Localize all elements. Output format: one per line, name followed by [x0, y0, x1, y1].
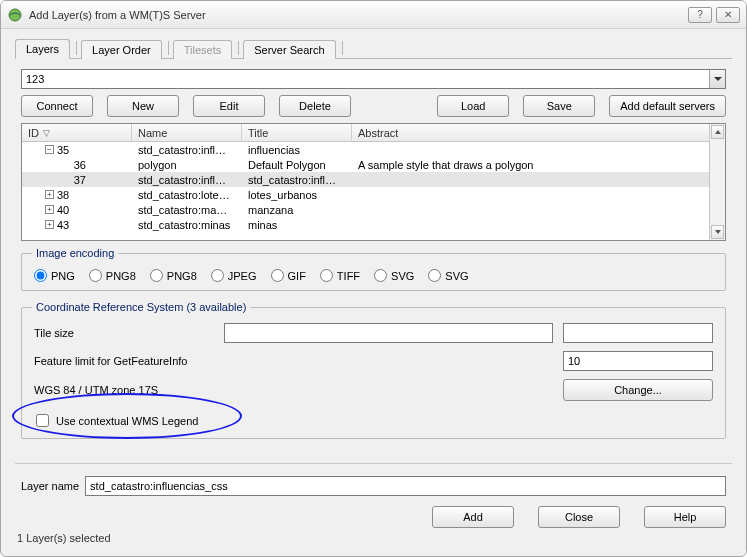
encoding-option-jpeg-3[interactable]: JPEG [211, 269, 257, 282]
tab-tilesets: Tilesets [173, 40, 233, 59]
collapse-icon[interactable]: − [45, 145, 54, 154]
crs-legend: Coordinate Reference System (3 available… [32, 301, 250, 313]
expand-icon[interactable]: + [45, 190, 54, 199]
window-title: Add Layer(s) from a WM(T)S Server [29, 9, 688, 21]
encoding-radio[interactable] [150, 269, 163, 282]
table-row[interactable]: 36polygonDefault PolygonA sample style t… [22, 157, 709, 172]
layer-list-header: ID▽ Name Title Abstract [22, 124, 709, 142]
column-header-id[interactable]: ID▽ [22, 124, 132, 141]
encoding-option-gif-4[interactable]: GIF [271, 269, 306, 282]
dialog-window: Add Layer(s) from a WM(T)S Server ? ✕ La… [0, 0, 747, 557]
scroll-up-button[interactable] [711, 125, 724, 139]
row-title: influencias [242, 144, 352, 156]
add-default-servers-button[interactable]: Add default servers [609, 95, 726, 117]
help-titlebar-button[interactable]: ? [688, 7, 712, 23]
layer-list-body[interactable]: −35std_catastro:infl…influencias 36polyg… [22, 142, 709, 240]
tile-size-input-b[interactable] [563, 323, 713, 343]
row-title: lotes_urbanos [242, 189, 352, 201]
column-header-name[interactable]: Name [132, 124, 242, 141]
column-header-abstract[interactable]: Abstract [352, 124, 709, 141]
column-header-title[interactable]: Title [242, 124, 352, 141]
feature-limit-input[interactable] [563, 351, 713, 371]
table-row[interactable]: +43std_catastro:minasminas [22, 217, 709, 232]
scroll-down-button[interactable] [711, 225, 724, 239]
row-title: manzana [242, 204, 352, 216]
crs-name-label: WGS 84 / UTM zone 17S [34, 384, 214, 396]
row-name: polygon [132, 159, 242, 171]
row-name: std_catastro:ma… [132, 204, 242, 216]
encoding-radio[interactable] [374, 269, 387, 282]
load-button[interactable]: Load [437, 95, 509, 117]
change-crs-button[interactable]: Change... [563, 379, 713, 401]
chevron-down-icon [714, 77, 722, 81]
encoding-label: SVG [445, 270, 468, 282]
contextual-legend-label[interactable]: Use contextual WMS Legend [56, 415, 198, 427]
encoding-option-png-0[interactable]: PNG [34, 269, 75, 282]
layer-name-input[interactable] [85, 476, 726, 496]
triangle-up-icon [715, 130, 721, 134]
feature-limit-label: Feature limit for GetFeatureInfo [34, 355, 214, 367]
close-titlebar-button[interactable]: ✕ [716, 7, 740, 23]
connect-button[interactable]: Connect [21, 95, 93, 117]
encoding-radio[interactable] [320, 269, 333, 282]
encoding-option-svg-7[interactable]: SVG [428, 269, 468, 282]
server-combobox-dropdown-button[interactable] [709, 70, 725, 88]
encoding-label: PNG8 [106, 270, 136, 282]
encoding-radio[interactable] [89, 269, 102, 282]
sort-indicator-icon: ▽ [43, 128, 50, 138]
row-name: std_catastro:lote… [132, 189, 242, 201]
tab-layers[interactable]: Layers [15, 39, 70, 59]
encoding-option-png8-1[interactable]: PNG8 [89, 269, 136, 282]
encoding-label: SVG [391, 270, 414, 282]
row-id: 36 [74, 159, 86, 171]
titlebar: Add Layer(s) from a WM(T)S Server ? ✕ [1, 1, 746, 29]
expand-icon[interactable]: + [45, 205, 54, 214]
add-button[interactable]: Add [432, 506, 514, 528]
encoding-radio[interactable] [34, 269, 47, 282]
tab-bar: Layers Layer Order Tilesets Server Searc… [15, 37, 732, 59]
encoding-radio[interactable] [428, 269, 441, 282]
crs-group: Coordinate Reference System (3 available… [21, 301, 726, 439]
encoding-radio[interactable] [211, 269, 224, 282]
row-name: std_catastro:minas [132, 219, 242, 231]
encoding-option-svg-6[interactable]: SVG [374, 269, 414, 282]
encoding-radio[interactable] [271, 269, 284, 282]
tab-layer-order[interactable]: Layer Order [81, 40, 162, 59]
server-combobox-input[interactable] [22, 70, 709, 88]
encoding-label: PNG8 [167, 270, 197, 282]
row-id: 35 [57, 144, 69, 156]
edit-button[interactable]: Edit [193, 95, 265, 117]
image-encoding-group: Image encoding PNGPNG8PNG8JPEGGIFTIFFSVG… [21, 247, 726, 291]
layer-listview[interactable]: ID▽ Name Title Abstract −35std_catastro:… [21, 123, 726, 241]
row-title: Default Polygon [242, 159, 352, 171]
table-row[interactable]: 37std_catastro:infl…std_catastro:infl… [22, 172, 709, 187]
server-combobox[interactable] [21, 69, 726, 89]
delete-button[interactable]: Delete [279, 95, 351, 117]
table-row[interactable]: +40std_catastro:ma…manzana [22, 202, 709, 217]
row-title: minas [242, 219, 352, 231]
close-button[interactable]: Close [538, 506, 620, 528]
layer-name-label: Layer name [21, 480, 79, 492]
contextual-legend-checkbox[interactable] [36, 414, 49, 427]
encoding-option-tiff-5[interactable]: TIFF [320, 269, 360, 282]
scroll-track[interactable] [710, 140, 725, 224]
help-button[interactable]: Help [644, 506, 726, 528]
table-row[interactable]: +38std_catastro:lote…lotes_urbanos [22, 187, 709, 202]
table-row[interactable]: −35std_catastro:infl…influencias [22, 142, 709, 157]
row-name: std_catastro:infl… [132, 174, 242, 186]
new-button[interactable]: New [107, 95, 179, 117]
layer-list-scrollbar[interactable] [709, 124, 725, 240]
expand-icon[interactable]: + [45, 220, 54, 229]
row-id: 38 [57, 189, 69, 201]
status-text: 1 Layer(s) selected [15, 530, 732, 550]
encoding-label: TIFF [337, 270, 360, 282]
image-encoding-radios: PNGPNG8PNG8JPEGGIFTIFFSVGSVG [32, 265, 715, 282]
row-id: 43 [57, 219, 69, 231]
row-name: std_catastro:infl… [132, 144, 242, 156]
encoding-option-png8-2[interactable]: PNG8 [150, 269, 197, 282]
save-button[interactable]: Save [523, 95, 595, 117]
row-title: std_catastro:infl… [242, 174, 352, 186]
tile-size-input-a[interactable] [224, 323, 553, 343]
row-id: 40 [57, 204, 69, 216]
tab-server-search[interactable]: Server Search [243, 40, 335, 59]
